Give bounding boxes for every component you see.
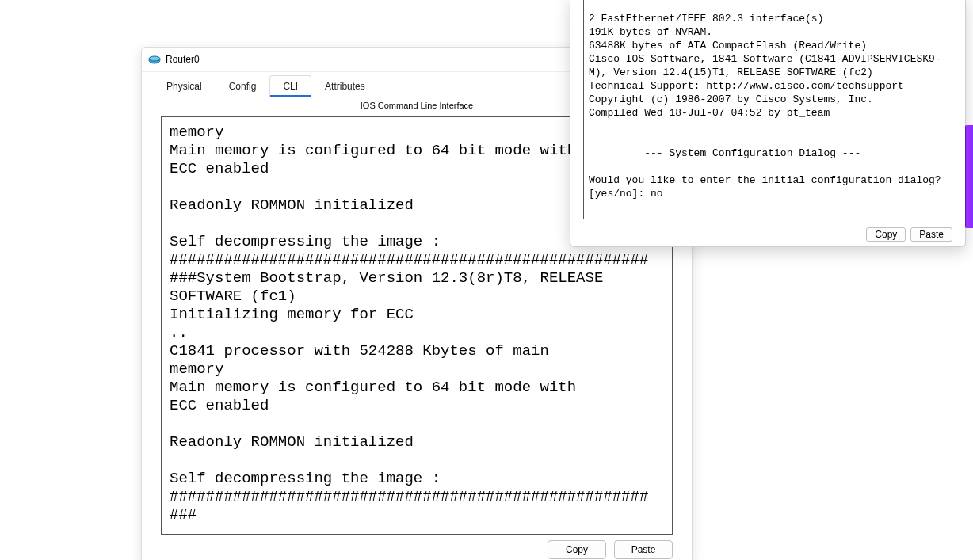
window-title: Router0 [166, 54, 200, 65]
svg-point-7 [149, 56, 160, 61]
offscreen-window-edge [965, 125, 973, 228]
tab-physical[interactable]: Physical [153, 75, 216, 97]
paste-button-secondary[interactable]: Paste [910, 227, 952, 242]
init-dialog-prompt: Would you like to enter the initial conf… [589, 174, 947, 200]
tab-config[interactable]: Config [216, 75, 270, 97]
boot-text: 2 FastEthernet/IEEE 802.3 interface(s) 1… [589, 13, 941, 119]
copy-button[interactable]: Copy [548, 540, 606, 559]
copy-button-secondary[interactable]: Copy [866, 227, 906, 242]
device-window-router-secondary: 2 FastEthernet/IEEE 802.3 interface(s) 1… [570, 0, 966, 247]
paste-button[interactable]: Paste [614, 540, 673, 559]
tab-attributes[interactable]: Attributes [311, 75, 379, 97]
router-icon [148, 53, 161, 66]
tab-cli[interactable]: CLI [269, 75, 311, 97]
sys-config-divider: --- System Configuration Dialog --- [589, 147, 860, 159]
cli-terminal-secondary[interactable]: 2 FastEthernet/IEEE 802.3 interface(s) 1… [583, 0, 952, 219]
